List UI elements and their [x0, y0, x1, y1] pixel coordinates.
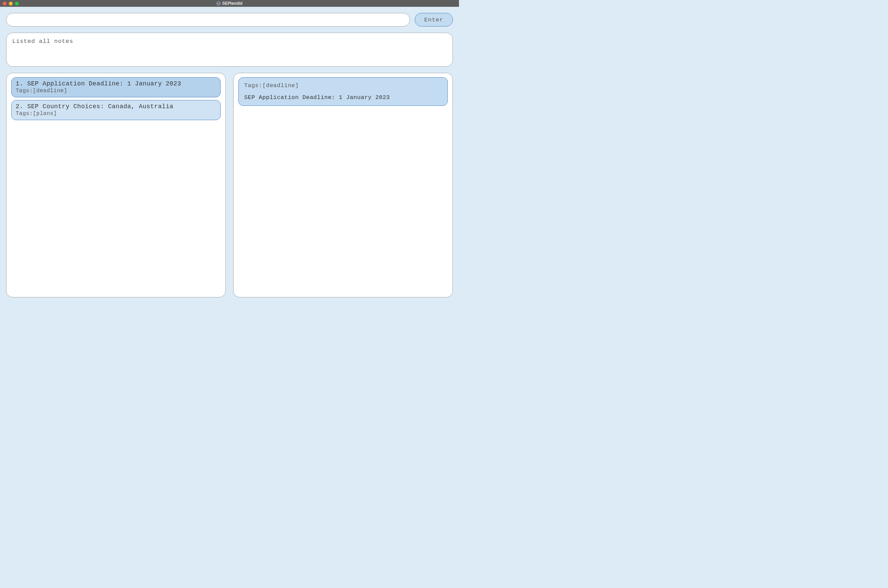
content-panels: 1. SEP Application Deadline: 1 January 2…	[6, 73, 453, 297]
close-window-button[interactable]	[3, 2, 6, 6]
result-message: Listed all notes	[12, 38, 73, 45]
note-list-item[interactable]: 1. SEP Application Deadline: 1 January 2…	[11, 77, 221, 98]
command-input[interactable]	[6, 13, 410, 27]
titlebar: SEPlendid	[0, 0, 459, 7]
detail-body: SEP Application Deadline: 1 January 2023	[244, 94, 442, 101]
note-tags: Tags:[plans]	[16, 111, 216, 117]
note-title: 2. SEP Country Choices: Canada, Australi…	[16, 103, 216, 110]
app-body: Enter Listed all notes 1. SEP Applicatio…	[0, 7, 459, 303]
detail-tags: Tags:[deadline]	[244, 82, 442, 89]
note-list-item[interactable]: 2. SEP Country Choices: Canada, Australi…	[11, 100, 221, 120]
fullscreen-window-button[interactable]	[15, 2, 19, 6]
note-tags: Tags:[deadline]	[16, 88, 216, 94]
window-controls	[3, 2, 19, 6]
result-display: Listed all notes	[6, 33, 453, 67]
command-row: Enter	[6, 13, 453, 27]
note-detail-panel: Tags:[deadline] SEP Application Deadline…	[233, 73, 453, 297]
globe-icon	[216, 2, 221, 6]
minimize-window-button[interactable]	[9, 2, 13, 6]
window-title-wrap: SEPlendid	[216, 1, 242, 6]
window-title: SEPlendid	[222, 1, 242, 6]
enter-button[interactable]: Enter	[415, 13, 453, 27]
notes-list-panel[interactable]: 1. SEP Application Deadline: 1 January 2…	[6, 73, 226, 297]
note-title: 1. SEP Application Deadline: 1 January 2…	[16, 80, 216, 87]
note-detail-card: Tags:[deadline] SEP Application Deadline…	[238, 77, 448, 106]
